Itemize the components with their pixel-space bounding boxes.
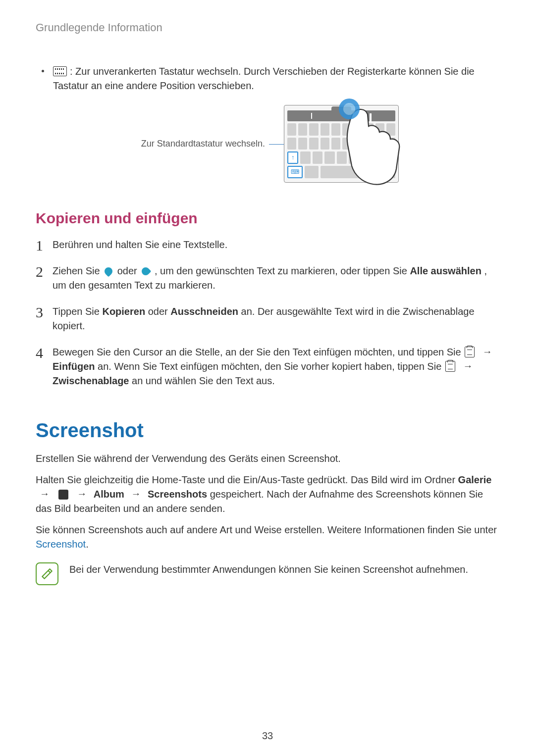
arrow-icon: → xyxy=(131,487,141,501)
p2-text-a: Halten Sie gleichzeitig die Home-Taste u… xyxy=(36,474,458,485)
step-4-bold-2: Zwischenablage xyxy=(53,375,129,386)
copy-paste-heading: Kopieren und einfügen xyxy=(36,207,499,229)
arrow-icon: → xyxy=(77,487,87,501)
note-block: Bei der Verwendung bestimmter Anwendunge… xyxy=(36,562,499,585)
keyboard-mode-key-icon xyxy=(287,166,303,178)
step-1: Berühren und halten Sie eine Textstelle. xyxy=(36,238,499,252)
step-2-text-a: Ziehen Sie xyxy=(53,265,103,276)
p2-bold-3: Screenshots xyxy=(148,489,207,500)
screenshot-link[interactable]: Screenshot xyxy=(36,539,86,550)
arrow-icon: → xyxy=(482,345,492,359)
step-2-text-b: oder xyxy=(117,265,140,276)
keyboard-figure: Zur Standardtastatur wechseln. › xyxy=(36,105,499,183)
figure-label: Zur Standardtastatur wechseln. xyxy=(136,137,269,150)
step-2-text-c: , um den gewünschten Text zu markieren, … xyxy=(155,265,410,276)
note-icon xyxy=(36,562,58,585)
step-3-text-a: Tippen Sie xyxy=(53,306,102,317)
screenshot-paragraph-3: Sie können Screenshots auch auf andere A… xyxy=(36,523,499,552)
page-number: 33 xyxy=(0,729,535,743)
step-3-bold-2: Ausschneiden xyxy=(170,306,238,317)
step-3-text-mid: oder xyxy=(148,306,171,317)
clipboard-icon xyxy=(445,361,455,372)
arrow-icon: → xyxy=(463,359,473,373)
step-3: Tippen Sie Kopieren oder Ausschneiden an… xyxy=(36,304,499,333)
keyboard-icon xyxy=(53,66,67,76)
screenshot-heading: Screenshot xyxy=(36,416,499,445)
touch-point-icon xyxy=(339,99,360,119)
copy-paste-steps: Berühren und halten Sie eine Textstelle.… xyxy=(36,238,499,388)
selection-handle-left-icon xyxy=(103,266,114,277)
floating-keyboard-illustration: › xyxy=(284,105,399,183)
step-2: Ziehen Sie oder , um den gewünschten Tex… xyxy=(36,264,499,293)
screenshot-paragraph-2: Halten Sie gleichzeitig die Home-Taste u… xyxy=(36,473,499,516)
shift-key-icon xyxy=(287,151,298,164)
bullet-text: : Zur unverankerten Tastatur wechseln. D… xyxy=(53,64,499,93)
selection-handle-right-icon xyxy=(140,266,152,277)
p2-bold-1: Galerie xyxy=(458,474,492,485)
apps-icon xyxy=(58,490,68,500)
note-text: Bei der Verwendung bestimmter Anwendunge… xyxy=(69,562,468,577)
step-4-text-mid: an. Wenn Sie Text einfügen möchten, den … xyxy=(98,361,444,372)
arrow-icon: → xyxy=(40,487,50,501)
p2-bold-2: Album xyxy=(94,489,124,500)
step-1-text: Berühren und halten Sie eine Textstelle. xyxy=(53,239,227,250)
figure-connector-line xyxy=(269,144,284,145)
step-4-text-a: Bewegen Sie den Cursor an die Stelle, an… xyxy=(53,347,464,357)
p3-text-a: Sie können Screenshots auch auf andere A… xyxy=(36,524,497,535)
p3-text-b: . xyxy=(86,539,89,550)
screenshot-paragraph-1: Erstellen Sie während der Verwendung des… xyxy=(36,452,499,466)
manual-page: Grundlegende Information : Zur unveranke… xyxy=(0,0,535,756)
step-4-bold-1: Einfügen xyxy=(53,361,95,372)
clipboard-icon xyxy=(465,347,475,357)
bullet-dot-icon xyxy=(42,70,44,72)
bullet-text-content: : Zur unverankerten Tastatur wechseln. D… xyxy=(53,66,475,91)
floating-keyboard-bullet: : Zur unverankerten Tastatur wechseln. D… xyxy=(42,64,499,93)
chapter-title: Grundlegende Information xyxy=(36,20,499,36)
step-2-bold: Alle auswählen xyxy=(410,265,482,276)
step-4-text-c: an und wählen Sie den Text aus. xyxy=(132,375,275,386)
step-3-bold-1: Kopieren xyxy=(102,306,145,317)
step-4: Bewegen Sie den Cursor an die Stelle, an… xyxy=(36,345,499,388)
